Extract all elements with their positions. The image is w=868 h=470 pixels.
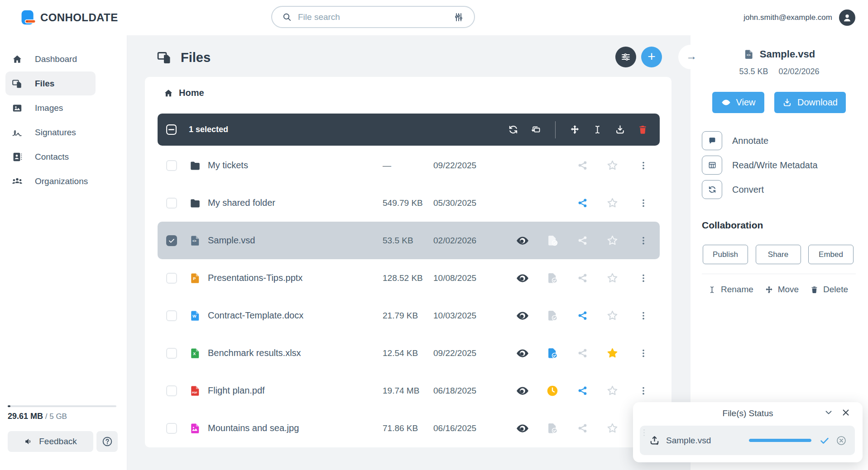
star-icon-filled[interactable] xyxy=(606,347,619,359)
file-status-icon[interactable] xyxy=(546,272,559,285)
table-row[interactable]: WContract-Template.docx 21.79 KB 10/03/2… xyxy=(158,297,660,334)
share-icon[interactable] xyxy=(577,347,588,359)
star-icon[interactable] xyxy=(606,159,619,171)
row-checkbox[interactable] xyxy=(166,235,177,246)
select-all-checkbox[interactable] xyxy=(166,124,177,135)
file-status-icon[interactable] xyxy=(546,347,559,360)
rename-label: Rename xyxy=(721,285,753,294)
share-icon[interactable] xyxy=(577,197,588,209)
sidebar-item-dashboard[interactable]: Dashboard xyxy=(5,47,96,71)
table-row[interactable]: My shared folder 549.79 KB 05/30/2025 xyxy=(158,184,660,222)
row-checkbox[interactable] xyxy=(166,273,177,284)
row-checkbox[interactable] xyxy=(166,310,177,321)
minimize-chevron-icon[interactable] xyxy=(824,408,834,418)
pending-clock-icon[interactable] xyxy=(546,385,559,397)
help-button[interactable] xyxy=(96,431,118,452)
preview-eye-icon[interactable] xyxy=(516,271,529,285)
row-checkbox[interactable] xyxy=(166,348,177,359)
refresh-icon[interactable] xyxy=(508,124,518,135)
file-status-icon[interactable] xyxy=(546,309,559,322)
preview-eye-icon[interactable] xyxy=(516,422,529,435)
row-checkbox[interactable] xyxy=(166,160,177,171)
more-actions-icon[interactable] xyxy=(638,348,648,358)
view-settings-button[interactable] xyxy=(615,47,636,67)
cancel-upload-icon[interactable] xyxy=(836,435,847,446)
more-actions-icon[interactable] xyxy=(638,198,648,208)
brand-logo[interactable]: CONHOLDATE xyxy=(20,9,118,26)
share-icon[interactable] xyxy=(577,272,588,284)
more-actions-icon[interactable] xyxy=(638,386,648,396)
publish-button[interactable]: Publish xyxy=(703,245,748,264)
delete-icon[interactable] xyxy=(638,124,648,135)
share-icon[interactable] xyxy=(577,423,588,434)
close-icon[interactable] xyxy=(841,408,851,418)
rename-action[interactable]: Rename xyxy=(708,285,753,294)
star-icon[interactable] xyxy=(606,309,619,322)
sidebar-item-label: Signatures xyxy=(35,128,76,138)
folder-icon xyxy=(189,160,201,171)
table-row[interactable]: My tickets — 09/22/2025 xyxy=(158,147,660,184)
metadata-action[interactable]: Read/Write Metadata xyxy=(702,156,868,175)
user-avatar[interactable] xyxy=(839,9,855,26)
sidebar-item-organizations[interactable]: Organizations xyxy=(5,169,96,193)
transfer-icon[interactable] xyxy=(531,124,541,135)
sidebar-item-files[interactable]: Files xyxy=(5,71,96,95)
rename-icon[interactable] xyxy=(592,124,603,135)
preview-eye-icon[interactable] xyxy=(516,234,529,247)
preview-eye-icon[interactable] xyxy=(516,347,529,360)
sidebar-item-signatures[interactable]: Signatures xyxy=(5,120,96,144)
sidebar-item-contacts[interactable]: Contacts xyxy=(5,145,96,169)
more-actions-icon[interactable] xyxy=(638,236,648,246)
metadata-button[interactable] xyxy=(702,156,722,175)
download-icon[interactable] xyxy=(615,124,625,135)
star-icon[interactable] xyxy=(606,197,619,209)
share-icon[interactable] xyxy=(577,310,588,321)
move-icon[interactable] xyxy=(570,124,580,135)
share-icon[interactable] xyxy=(577,385,588,396)
download-button[interactable]: Download xyxy=(774,92,846,113)
table-row-selected[interactable]: <>Sample.vsd 53.5 KB 02/02/2026 xyxy=(158,222,660,259)
star-icon[interactable] xyxy=(606,422,619,434)
check-icon xyxy=(168,237,175,244)
file-list-card: Home 1 selected xyxy=(145,77,671,447)
add-file-button[interactable]: + xyxy=(641,47,662,67)
table-row[interactable]: XBenchmark results.xlsx 12.54 KB 09/22/2… xyxy=(158,334,660,372)
drag-handle-dots[interactable] xyxy=(643,429,645,436)
row-checkbox[interactable] xyxy=(166,198,177,209)
embed-button[interactable]: Embed xyxy=(808,245,854,264)
table-row[interactable]: Mountains and sea.jpg 71.86 KB 06/16/202… xyxy=(158,409,660,447)
preview-eye-icon[interactable] xyxy=(516,309,529,323)
convert-button[interactable] xyxy=(702,180,722,199)
search-filter-icon[interactable] xyxy=(453,12,464,23)
annotate-action[interactable]: Annotate xyxy=(702,131,868,150)
star-icon[interactable] xyxy=(606,234,619,247)
more-actions-icon[interactable] xyxy=(638,161,648,171)
feedback-button[interactable]: Feedback xyxy=(8,431,93,452)
file-status-icon[interactable] xyxy=(546,422,559,435)
convert-label: Convert xyxy=(732,185,764,195)
file-status-icon[interactable] xyxy=(546,234,559,247)
move-action[interactable]: Move xyxy=(765,285,799,294)
share-icon[interactable] xyxy=(577,160,588,171)
annotate-button[interactable] xyxy=(702,131,722,150)
collapse-panel-button[interactable]: → xyxy=(678,45,703,69)
more-actions-icon[interactable] xyxy=(638,311,648,321)
row-checkbox[interactable] xyxy=(166,385,177,396)
view-button[interactable]: View xyxy=(712,92,764,113)
speaker-icon xyxy=(24,437,34,446)
star-icon[interactable] xyxy=(606,272,619,284)
share-icon[interactable] xyxy=(577,235,588,246)
search-input[interactable] xyxy=(298,12,447,22)
table-row[interactable]: PDFFlight plan.pdf 19.74 MB 06/18/2025 xyxy=(158,372,660,409)
star-icon[interactable] xyxy=(606,385,619,397)
convert-action[interactable]: Convert xyxy=(702,180,868,199)
delete-action[interactable]: Delete xyxy=(810,285,848,294)
row-checkbox[interactable] xyxy=(166,423,177,434)
breadcrumb[interactable]: Home xyxy=(163,88,204,98)
sidebar-item-images[interactable]: Images xyxy=(5,96,96,120)
file-search-box[interactable] xyxy=(271,6,475,28)
preview-eye-icon[interactable] xyxy=(516,384,529,398)
share-button[interactable]: Share xyxy=(756,245,801,264)
table-row[interactable]: PPresentations-Tips.pptx 128.52 KB 10/08… xyxy=(158,259,660,297)
more-actions-icon[interactable] xyxy=(638,273,648,283)
